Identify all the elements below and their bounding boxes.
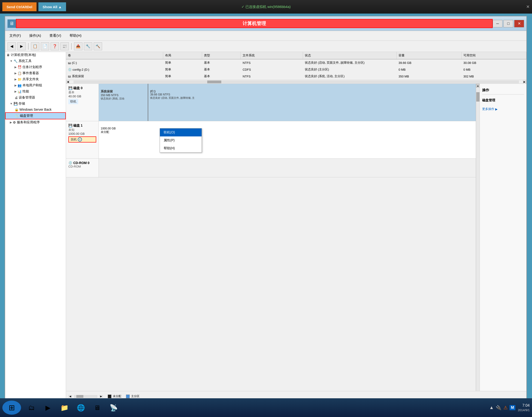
scroll-track[interactable] — [74, 81, 519, 83]
h-scroll-track[interactable] — [74, 395, 97, 398]
scroll-right-btn[interactable]: ▶ — [99, 395, 103, 397]
context-menu-item-properties[interactable]: 属性(P) — [160, 136, 202, 144]
tree-item-system-tools[interactable]: ▼ 🔧 系统工具 — [5, 58, 66, 64]
tree-system-tools-label: 系统工具 — [19, 59, 32, 63]
taskbar: ⊞ 🗂 ▶ 📁 🌐 🖥 📡 ▲ 🔌 ⚠ M 7:04 2014/9/1 — [0, 398, 532, 417]
taskbar-network-icon[interactable]: 🔌 — [496, 405, 501, 410]
maximize-button[interactable]: □ — [503, 20, 513, 27]
disk0-partitions: 系统保留 350 MB NTFS 状态良好 (系统, 活动 (C:) 39.66… — [99, 84, 479, 121]
toolbar-separator-1 — [28, 43, 29, 50]
disk0-partition-sysreserved[interactable]: 系统保留 350 MB NTFS 状态良好 (系统, 活动 — [99, 84, 148, 121]
col-type: 类型 — [202, 52, 241, 59]
vertical-scrollbar[interactable]: ▲ ▼ — [476, 84, 479, 391]
cell-status: 状态良好 (系统, 活动, 主分区) — [303, 73, 396, 80]
context-menu: 联机(O) 属性(P) 帮助(H) — [160, 128, 202, 153]
tree-item-performance[interactable]: ▶ 📊 性能 — [5, 88, 66, 94]
scroll-left-arrow[interactable]: ◀ — [66, 80, 70, 83]
disk-mgmt-action-title: 磁盘管理 — [482, 96, 524, 104]
tree-item-shared-folders[interactable]: ▶ 📁 共享文件夹 — [5, 76, 66, 82]
taskbar-arrow-icon[interactable]: ▲ — [489, 405, 494, 410]
taskbar-warning-icon[interactable]: ⚠ — [503, 405, 508, 410]
taskbar-app-network[interactable]: 📡 — [105, 401, 122, 415]
cell-layout: 简单 — [163, 59, 202, 66]
horizontal-scrollbar[interactable]: ◀ ▶ — [66, 80, 526, 84]
cell-layout: 简单 — [163, 73, 202, 80]
cell-layout: 简单 — [163, 66, 202, 73]
tree-item-win-backup[interactable]: 🔒 Windows Server Back — [5, 107, 66, 112]
c-name: (C:) — [150, 89, 477, 93]
menu-actions[interactable]: 操作(A) — [27, 32, 43, 39]
send-ctrl-button[interactable]: Send CtrlAltDel — [2, 2, 37, 11]
scroll-track-vertical[interactable] — [476, 87, 479, 391]
toolbar-btn7[interactable]: 🔨 — [94, 42, 102, 50]
topbar-close-icon[interactable]: ✕ — [526, 4, 530, 9]
table-row[interactable]: 💿 config-2 (D:) 简单 基本 CDFS 状态良好 (主分区) 0 … — [66, 66, 526, 73]
expand-icon: ▼ — [10, 102, 13, 105]
tree-item-device-mgr[interactable]: 🖨 设备管理器 — [5, 94, 66, 101]
c-status: 状态良好 (启动, 页面文件, 故障转储, 主 — [150, 96, 477, 100]
table-row[interactable]: 🖴 系统保留 简单 基本 NTFS 状态良好 (系统, 活动, 主分区) 350… — [66, 73, 526, 80]
scroll-left-btn[interactable]: ◀ — [68, 395, 72, 397]
disk0-name: 💾 磁盘 0 — [68, 86, 96, 90]
toolbar-btn4[interactable]: 📰 — [60, 42, 69, 50]
taskbar-m-icon[interactable]: M — [510, 405, 515, 410]
cdrom-icon: 💿 — [68, 161, 72, 165]
start-button[interactable]: ⊞ — [2, 401, 21, 415]
taskbar-app-ie[interactable]: 🌐 — [73, 401, 89, 415]
toolbar-forward[interactable]: ▶ — [17, 42, 26, 50]
toolbar-btn6[interactable]: 🔧 — [84, 42, 92, 50]
disk0-size: 40.00 GB — [68, 94, 96, 98]
actions-panel: 操作 磁盘管理 更多操作 ▶ — [479, 84, 526, 391]
taskbar-app-folder[interactable]: 📁 — [56, 401, 73, 415]
context-menu-item-online[interactable]: 联机(O) — [160, 128, 202, 136]
minimize-button[interactable]: ─ — [493, 20, 502, 27]
tree-item-disk-mgmt[interactable]: 💿 磁盘管理 — [5, 112, 66, 119]
col-layout: 布局 — [163, 52, 202, 59]
toolbar-btn3[interactable]: ❓ — [51, 42, 59, 50]
disk1-unallocated[interactable]: 1000.00 GB 未分配 — [99, 121, 479, 158]
more-actions-link[interactable]: 更多操作 ▶ — [482, 106, 524, 112]
connection-status: ✓ 已连接虚拟机 win(9586bb4a) — [241, 5, 291, 9]
scroll-thumb[interactable] — [207, 81, 221, 83]
taskbar-app-play[interactable]: ▶ — [40, 401, 56, 415]
menu-file[interactable]: 文件(F) — [8, 32, 23, 39]
tree-item-storage[interactable]: ▼ 💾 存储 — [5, 101, 66, 107]
h-scroll-thumb[interactable] — [76, 395, 83, 398]
menu-view[interactable]: 查看(V) — [48, 32, 63, 39]
clock-date: 2014/9/1 — [518, 408, 530, 412]
users-icon: 👥 — [18, 83, 21, 87]
tree-item-services[interactable]: ▶ ⚙ 服务和应用程序 — [5, 119, 66, 125]
expand-icon: ▶ — [10, 121, 12, 124]
cell-volume-name: 🖴 (C:) — [66, 59, 163, 66]
context-menu-item-help[interactable]: 帮助(H) — [160, 144, 202, 152]
disk0-partition-c[interactable]: (C:) 39.66 GB NTFS 状态良好 (启动, 页面文件, 故障转储,… — [148, 84, 479, 121]
scroll-thumb-vertical[interactable] — [476, 92, 479, 102]
tree-device-label: 设备管理器 — [19, 95, 35, 100]
cdrom-partitions — [99, 159, 479, 177]
tree-item-local-users[interactable]: ▶ 👥 本地用户和组 — [5, 82, 66, 88]
chevron-right-icon: ▶ — [495, 107, 498, 111]
taskbar-app-files[interactable]: 🗂 — [23, 401, 40, 415]
disk0-info: 💾 磁盘 0 基本 40.00 GB 联机 — [66, 84, 99, 121]
show-all-button[interactable]: Show All ▲ — [38, 2, 66, 11]
cell-fs: NTFS — [241, 59, 303, 66]
scroll-up-arrow[interactable]: ▲ — [476, 84, 479, 87]
close-button[interactable]: ✕ — [514, 20, 524, 27]
disk1-partitions: 1000.00 GB 未分配 — [99, 121, 479, 158]
taskbar-app-server[interactable]: 🖥 — [89, 401, 105, 415]
taskbar-clock[interactable]: 7:04 2014/9/1 — [518, 403, 530, 413]
menu-help[interactable]: 帮助(H) — [68, 32, 83, 39]
unalloc-label: 未分配 — [101, 130, 477, 134]
toolbar-btn5[interactable]: 📤 — [74, 42, 82, 50]
toolbar-back[interactable]: ◀ — [8, 42, 16, 50]
col-status: 状态 — [303, 52, 396, 59]
scroll-right-arrow[interactable]: ▶ — [523, 80, 526, 83]
table-row[interactable]: 🖴 (C:) 简单 基本 NTFS 状态良好 (启动, 页面文件, 故障转储, … — [66, 59, 526, 66]
tree-item-event-viewer[interactable]: ▶ 📋 事件查看器 — [5, 70, 66, 76]
toolbar-btn2[interactable]: 📄 — [41, 42, 49, 50]
toolbar-btn1[interactable]: 📋 — [31, 42, 39, 50]
disk1-info: 💾 磁盘 1 未知 1000.00 GB 脱机 i — [66, 121, 99, 158]
cell-type: 基本 — [202, 66, 241, 73]
tree-root[interactable]: 🖥 计算机管理(本地) — [5, 52, 66, 58]
tree-item-task-scheduler[interactable]: ▶ ⏰ 任务计划程序 — [5, 64, 66, 70]
